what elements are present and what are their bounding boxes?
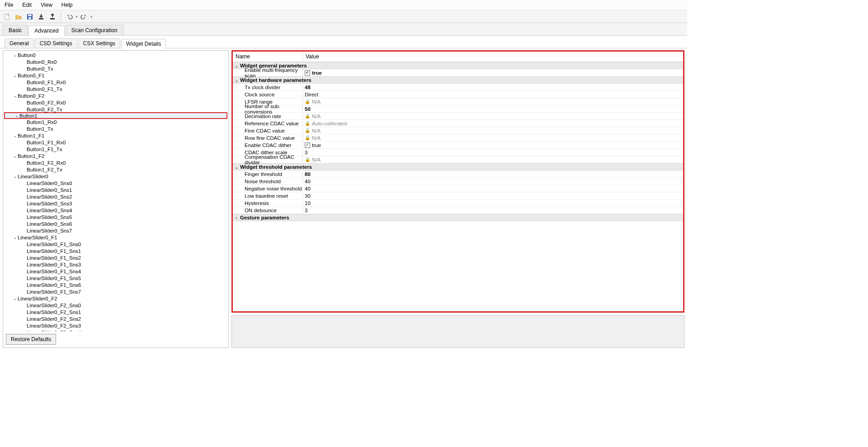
property-value[interactable]: 48 [303, 85, 683, 90]
tree-item[interactable]: LinearSlider0_Sns6 [3, 220, 228, 227]
tree-item[interactable]: Button1_Rx0 [3, 119, 228, 125]
property-value[interactable]: 3 [303, 150, 683, 155]
main-tab-scan-configuration[interactable]: Scan Configuration [66, 25, 123, 35]
tree-item[interactable]: ⌄Button0_F2 [3, 92, 228, 99]
tree-item[interactable]: LinearSlider0_Sns3 [3, 200, 228, 207]
property-value[interactable]: Direct [303, 92, 683, 97]
property-value[interactable]: 80 [303, 171, 683, 177]
menu-help[interactable]: Help [60, 1, 75, 9]
main-tab-advanced[interactable]: Advanced [28, 25, 64, 36]
tree-item[interactable]: ⌄Button1_F2 [3, 152, 228, 159]
tree-item[interactable]: Button0_F1_Tx [3, 86, 228, 92]
property-group-header[interactable]: ⌄Widget threshold parameters [233, 163, 683, 171]
property-row[interactable]: Noise threshold40 [233, 178, 683, 185]
property-value[interactable]: 🔒N/A [303, 114, 683, 119]
save-icon[interactable] [25, 12, 35, 22]
tree-item[interactable]: LinearSlider0_Sns2 [3, 193, 228, 200]
property-row[interactable]: Finger threshold80 [233, 171, 683, 178]
property-row[interactable]: Clock sourceDirect [233, 91, 683, 98]
tree-item[interactable]: Button0_Rx0 [3, 58, 228, 65]
menu-view[interactable]: View [39, 1, 54, 9]
property-value[interactable]: true [303, 70, 683, 76]
sub-tab-widget-details[interactable]: Widget Details [121, 39, 166, 48]
tree-item[interactable]: LinearSlider0_F1_Sns0 [3, 241, 228, 247]
property-row[interactable]: Hysteresis10 [233, 200, 683, 207]
sub-tab-general[interactable]: General [5, 38, 34, 48]
sub-tab-csd-settings[interactable]: CSD Settings [35, 38, 77, 48]
property-row[interactable]: Reference CDAC value🔒Auto-calibrated [233, 120, 683, 127]
menu-edit[interactable]: Edit [20, 1, 33, 9]
property-row[interactable]: Compensation CDAC divider🔒N/A [233, 156, 683, 163]
tree-item[interactable]: ⌄LinearSlider0 [3, 173, 228, 180]
property-row[interactable]: Decimation rate🔒N/A [233, 113, 683, 120]
tree-item[interactable]: Button0_F2_Tx [3, 106, 228, 113]
tree-item[interactable]: LinearSlider0_F2_Sns0 [3, 302, 228, 309]
property-row[interactable]: Row fine CDAC value🔒N/A [233, 134, 683, 142]
property-value[interactable]: 10 [303, 200, 683, 206]
property-grid[interactable]: ⌄Widget general parametersEnable multi-f… [233, 62, 683, 311]
property-value[interactable]: true [303, 143, 683, 148]
tree-item[interactable]: Button0_Tx [3, 65, 228, 72]
property-value[interactable]: 🔒N/A [303, 128, 683, 133]
main-tab-basic[interactable]: Basic [3, 25, 28, 35]
tree-item[interactable]: ⌄Button1_F1 [3, 132, 228, 139]
tree-item[interactable]: Button1_F1_Tx [3, 146, 228, 152]
property-group-header[interactable]: ›Gesture parameters [233, 214, 683, 221]
tree-item[interactable]: ⌄Button0_F1 [3, 72, 228, 79]
property-row[interactable]: Low baseline reset30 [233, 192, 683, 200]
undo-icon[interactable] [64, 12, 74, 22]
property-group-header[interactable]: ⌄Widget hardware parameters [233, 76, 683, 84]
tree-item[interactable]: LinearSlider0_F1_Sns7 [3, 288, 228, 295]
tree-item[interactable]: Button1_Tx [3, 125, 228, 132]
tree-item[interactable]: LinearSlider0_Sns0 [3, 180, 228, 186]
checkbox-icon[interactable] [305, 143, 310, 148]
property-row[interactable]: Enable multi-frequency scantrue [233, 69, 683, 76]
tree-item[interactable]: ⌄LinearSlider0_F2 [3, 295, 228, 302]
property-value[interactable]: 🔒Auto-calibrated [303, 121, 683, 126]
sub-tab-csx-settings[interactable]: CSX Settings [78, 38, 120, 48]
property-row[interactable]: Enable CDAC dithertrue [233, 142, 683, 149]
tree-item[interactable]: Button1_F2_Tx [3, 166, 228, 173]
tree-item[interactable]: Button0_F2_Rx0 [3, 99, 228, 106]
tree-item[interactable]: LinearSlider0_F1_Sns6 [3, 281, 228, 288]
property-value[interactable]: 40 [303, 179, 683, 184]
export-icon[interactable] [47, 12, 57, 22]
tree-item[interactable]: Button1_F2_Rx0 [3, 159, 228, 166]
new-file-icon[interactable] [2, 12, 12, 22]
undo-dropdown-icon[interactable]: ▾ [75, 14, 78, 19]
property-row[interactable]: Fine CDAC value🔒N/A [233, 127, 683, 134]
redo-dropdown-icon[interactable]: ▾ [90, 14, 93, 19]
tree-item[interactable]: LinearSlider0_F2_Sns3 [3, 322, 228, 329]
property-value[interactable]: 🔒N/A [303, 157, 683, 162]
property-value[interactable]: 30 [303, 193, 683, 199]
property-value[interactable]: 3 [303, 208, 683, 213]
tree-item[interactable]: ⌄Button0 [3, 52, 228, 58]
tree-item[interactable]: LinearSlider0_F2_Sns1 [3, 309, 228, 315]
tree-item[interactable]: LinearSlider0_F1_Sns1 [3, 247, 228, 254]
tree-item[interactable]: LinearSlider0_F2_Sns4 [3, 329, 228, 331]
tree-item[interactable]: LinearSlider0_F1_Sns5 [3, 275, 228, 281]
widget-tree[interactable]: ⌄Button0Button0_Rx0Button0_Tx⌄Button0_F1… [3, 51, 228, 331]
open-folder-icon[interactable] [14, 12, 24, 22]
property-row[interactable]: Negative noise threshold40 [233, 185, 683, 192]
property-row[interactable]: Tx clock divider48 [233, 84, 683, 91]
tree-item[interactable]: LinearSlider0_Sns1 [3, 186, 228, 193]
checkbox-icon[interactable] [305, 70, 310, 76]
property-value[interactable]: 40 [303, 186, 683, 191]
tree-item[interactable]: LinearSlider0_Sns7 [3, 227, 228, 234]
tree-item[interactable]: LinearSlider0_F1_Sns3 [3, 261, 228, 268]
tree-item[interactable]: Button0_F1_Rx0 [3, 79, 228, 86]
tree-item[interactable]: LinearSlider0_Sns5 [3, 214, 228, 220]
property-value[interactable]: 50 [303, 106, 683, 112]
property-row[interactable]: ON debounce3 [233, 207, 683, 214]
tree-item[interactable]: ⌄LinearSlider0_F1 [3, 234, 228, 241]
tree-item[interactable]: LinearSlider0_F2_Sns2 [3, 315, 228, 322]
tree-item[interactable]: LinearSlider0_F1_Sns2 [3, 254, 228, 261]
property-row[interactable]: Number of sub-conversions50 [233, 105, 683, 113]
tree-item[interactable]: LinearSlider0_Sns4 [3, 207, 228, 214]
property-value[interactable]: 🔒N/A [303, 99, 683, 105]
tree-item[interactable]: LinearSlider0_F1_Sns4 [3, 268, 228, 275]
import-icon[interactable] [36, 12, 46, 22]
restore-defaults-button[interactable]: Restore Defaults [6, 334, 56, 345]
tree-item[interactable]: ⌄Button1 [4, 112, 227, 119]
